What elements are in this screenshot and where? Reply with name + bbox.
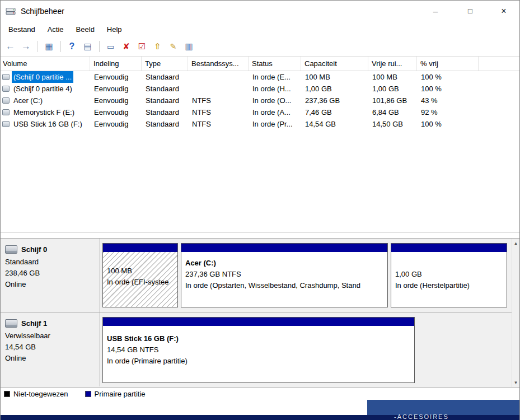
- scroll-up-icon[interactable]: ▴: [512, 239, 519, 248]
- table-row[interactable]: (Schijf 0 partitie 4) Eenvoudig Standaar…: [1, 83, 519, 95]
- volume-label: (Schijf 0 partitie ...: [12, 71, 73, 83]
- cell-status: In orde (H...: [249, 83, 301, 95]
- column-header-volume[interactable]: Volume: [1, 57, 90, 71]
- column-header-pct-vrij[interactable]: % vrij: [417, 57, 479, 71]
- table-row[interactable]: Acer (C:) Eenvoudig Standaard NTFS In or…: [1, 95, 519, 106]
- toolbar-separator: [60, 41, 61, 52]
- cell-capaciteit: 237,36 GB: [301, 95, 368, 106]
- help-icon: ?: [69, 42, 75, 51]
- pane-splitter[interactable]: [1, 232, 519, 239]
- table-header: Volume Indeling Type Bestandssys... Stat…: [1, 57, 519, 71]
- cell-extra: [479, 83, 519, 95]
- volume-icon: [2, 97, 10, 104]
- legend-primary-partition: Primaire partitie: [85, 390, 146, 398]
- cell-status: In orde (Pr...: [249, 118, 301, 130]
- snap-in-button[interactable]: ▥: [181, 39, 196, 54]
- mark-active-button[interactable]: ☑: [134, 39, 149, 54]
- column-header-status[interactable]: Status: [249, 57, 301, 71]
- close-button[interactable]: ×: [495, 3, 513, 20]
- partition-header: [103, 244, 177, 252]
- maximize-button[interactable]: □: [461, 3, 479, 20]
- disk-size: 238,46 GB: [5, 268, 95, 279]
- table-row[interactable]: Memorystick F (E:) Eenvoudig Standaard N…: [1, 106, 519, 118]
- disk-icon: [5, 319, 17, 328]
- column-header-bestandssysteem[interactable]: Bestandssys...: [188, 57, 249, 71]
- cell-status: In orde (A...: [249, 106, 301, 118]
- cell-status: In orde (O...: [249, 95, 301, 106]
- cell-indeling: Eenvoudig: [90, 106, 142, 118]
- cell-extra: [479, 71, 519, 83]
- cell-pct-vrij: 100 %: [417, 71, 479, 83]
- vertical-scrollbar[interactable]: ▴ ▾: [512, 239, 519, 387]
- legend-bar: Niet-toegewezen Primaire partitie: [1, 387, 519, 400]
- cell-pct-vrij: 100 %: [417, 118, 479, 130]
- cell-indeling: Eenvoudig: [90, 71, 142, 83]
- primary-partition-color-swatch: [85, 391, 91, 397]
- disk-size: 14,54 GB: [5, 342, 95, 353]
- cell-type: Standaard: [142, 83, 188, 95]
- cell-type: Standaard: [142, 95, 188, 106]
- volume-icon: [2, 109, 10, 115]
- toolbar: ← → ▦ ? ▤ ▭ ✘ ☑ ⇧ ✎ ▥: [1, 36, 519, 57]
- disk-status: Online: [5, 279, 95, 290]
- cell-pct-vrij: 100 %: [417, 83, 479, 95]
- delete-volume-button[interactable]: ✘: [119, 39, 134, 54]
- legend-unallocated: Niet-toegewezen: [4, 390, 68, 398]
- partition-recovery[interactable]: 1,00 GB In orde (Herstelpartitie): [391, 243, 507, 307]
- table-row[interactable]: (Schijf 0 partitie ... Eenvoudig Standaa…: [1, 71, 519, 83]
- forward-button[interactable]: →: [18, 39, 34, 54]
- properties-button[interactable]: ▤: [80, 39, 95, 54]
- cell-indeling: Eenvoudig: [90, 118, 142, 130]
- partition-usb-f-drive[interactable]: USB Stick 16 GB (F:) 14,54 GB NTFS In or…: [102, 317, 415, 383]
- cell-vrije-ruimte: 6,84 GB: [368, 106, 417, 118]
- menu-actie[interactable]: Actie: [41, 24, 70, 35]
- disk-name: Schijf 0: [21, 245, 47, 254]
- menu-beeld[interactable]: Beeld: [70, 24, 101, 35]
- partition-header: [103, 318, 414, 326]
- column-header-type[interactable]: Type: [142, 57, 188, 71]
- forward-icon: →: [21, 41, 31, 51]
- cell-bestandssysteem: NTFS: [188, 106, 249, 118]
- cell-bestandssysteem: [188, 71, 249, 83]
- disk-management-window: Schijfbeheer – □ × Bestand Actie Beeld H…: [0, 0, 520, 420]
- disk-1-row: Schijf 1 Verwisselbaar 14,54 GB Online U…: [1, 312, 512, 386]
- background-area: -ACCESOIRES: [1, 400, 519, 420]
- volume-list: Volume Indeling Type Bestandssys... Stat…: [1, 57, 519, 232]
- disk-1-graph: USB Stick 16 GB (F:) 14,54 GB NTFS In or…: [100, 312, 512, 386]
- disk-type: Standaard: [5, 256, 95, 268]
- cell-volume: Memorystick F (E:): [1, 106, 90, 118]
- partition-size: 100 MB: [107, 265, 174, 277]
- table-row[interactable]: USB Stick 16 GB (F:) Eenvoudig Standaard…: [1, 118, 519, 130]
- partition-c-drive[interactable]: Acer (C:) 237,36 GB NTFS In orde (Opstar…: [181, 243, 388, 307]
- open-folder-button[interactable]: ⇧: [150, 39, 165, 54]
- partition-size: 1,00 GB: [395, 269, 503, 280]
- minimize-button[interactable]: –: [427, 3, 444, 20]
- column-header-indeling[interactable]: Indeling: [90, 57, 142, 71]
- cell-vrije-ruimte: 101,86 GB: [368, 95, 417, 106]
- menu-bestand[interactable]: Bestand: [2, 24, 41, 35]
- disk-1-panel[interactable]: Schijf 1 Verwisselbaar 14,54 GB Online: [1, 312, 100, 386]
- partition-efi[interactable]: 100 MB In orde (EFI-systee: [102, 243, 178, 307]
- help-button[interactable]: ?: [64, 39, 79, 54]
- cell-vrije-ruimte: 100 MB: [368, 71, 417, 83]
- disk-icon: [5, 245, 17, 254]
- partition-status: In orde (Primaire partitie): [107, 356, 410, 367]
- action-pane-button[interactable]: ▭: [103, 39, 118, 54]
- disk-0-panel[interactable]: Schijf 0 Standaard 238,46 GB Online: [1, 239, 100, 312]
- background-window-text: -ACCESOIRES: [394, 413, 449, 420]
- cell-pct-vrij: 92 %: [417, 106, 479, 118]
- show-console-tree-button[interactable]: ▦: [41, 39, 57, 54]
- back-button[interactable]: ←: [3, 39, 18, 54]
- column-header-capaciteit[interactable]: Capaciteit: [301, 57, 368, 71]
- column-header-extra[interactable]: [479, 57, 519, 71]
- scroll-down-icon[interactable]: ▾: [512, 378, 519, 387]
- partition-header: [391, 244, 507, 252]
- cell-indeling: Eenvoudig: [90, 83, 142, 95]
- explore-button[interactable]: ✎: [166, 39, 181, 54]
- menu-help[interactable]: Help: [101, 24, 128, 35]
- disk-type: Verwisselbaar: [5, 330, 95, 342]
- volume-icon: [2, 121, 10, 127]
- column-header-vrije-ruimte[interactable]: Vrije rui...: [368, 57, 417, 71]
- check-document-icon: ☑: [138, 42, 146, 50]
- toolbar-separator: [38, 41, 38, 52]
